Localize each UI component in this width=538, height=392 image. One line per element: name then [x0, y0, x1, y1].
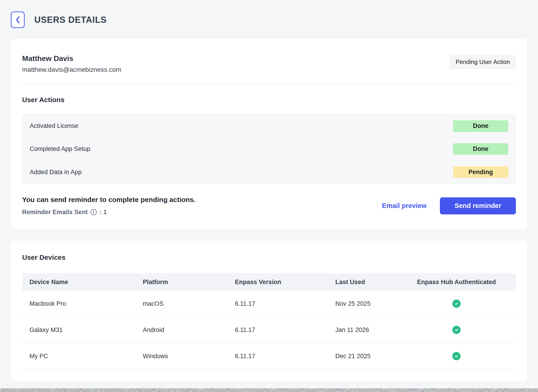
column-header-device-name: Device Name — [29, 279, 143, 286]
column-header-platform: Platform — [143, 279, 235, 286]
platform-cell: Windows — [143, 353, 235, 360]
last-used-cell: Dec 21 2025 — [335, 353, 415, 360]
table-row: My PC Windows 6.11.17 Dec 21 2025 — [22, 343, 516, 369]
version-cell: 6.11.17 — [235, 300, 335, 307]
column-header-hub-authenticated: Enpass Hub Authenticated — [417, 279, 496, 286]
action-row: Added Data in App Pending — [22, 161, 516, 184]
action-row: Completed App Setup Done — [22, 138, 516, 161]
user-info-row: Matthew Davis matthew.davis@acmebizness.… — [22, 54, 516, 73]
version-cell: 6.11.17 — [235, 327, 335, 334]
column-header-enpass-version: Enpass Version — [235, 279, 335, 286]
last-used-cell: Jan 11 2026 — [335, 327, 415, 334]
back-button[interactable] — [11, 11, 25, 28]
action-label: Added Data in App — [30, 169, 81, 176]
noise-strip — [0, 388, 538, 392]
action-label: Activated License — [30, 122, 79, 130]
last-used-cell: Nov 25 2025 — [335, 300, 415, 307]
reminder-note: You can send reminder to complete pendin… — [22, 196, 195, 204]
user-status-badge: Pending User Action — [450, 55, 516, 69]
user-devices-heading: User Devices — [22, 253, 516, 261]
check-icon — [452, 352, 461, 360]
device-name-cell: Macbook Pro — [29, 300, 143, 307]
reminder-section: You can send reminder to complete pendin… — [22, 196, 516, 216]
check-icon — [452, 299, 461, 308]
check-icon — [452, 326, 461, 334]
user-name: Matthew Davis — [22, 54, 121, 63]
table-row: Galaxy M31 Android 6.11.17 Jan 11 2026 — [22, 317, 516, 343]
user-actions-list: Activated License Done Completed App Set… — [22, 114, 516, 184]
authenticated-cell — [452, 352, 461, 360]
table-row: Macbook Pro macOS 6.11.17 Nov 25 2025 — [22, 291, 516, 317]
send-reminder-button[interactable]: Send reminder — [440, 197, 516, 215]
version-cell: 6.11.17 — [235, 353, 335, 360]
platform-cell: macOS — [143, 300, 235, 307]
user-identity: Matthew Davis matthew.davis@acmebizness.… — [22, 54, 121, 73]
user-devices-card: User Devices Device Name Platform Enpass… — [11, 241, 527, 381]
action-status-badge: Done — [453, 143, 508, 155]
platform-cell: Android — [143, 327, 235, 334]
user-details-card: Matthew Davis matthew.davis@acmebizness.… — [11, 39, 527, 229]
reminder-emails-sent-label: Reminder Emails Sent — [22, 209, 88, 216]
reminder-emails-sent: Reminder Emails Sent : 1 — [22, 209, 195, 216]
action-status-badge: Pending — [453, 166, 508, 178]
column-header-last-used: Last Used — [335, 279, 415, 286]
authenticated-cell — [452, 326, 461, 334]
reminder-actions: Email preview Send reminder — [382, 197, 516, 215]
user-actions-heading: User Actions — [22, 96, 516, 104]
authenticated-cell — [452, 299, 461, 308]
action-label: Completed App Setup — [30, 145, 90, 153]
device-name-cell: My PC — [29, 353, 143, 360]
divider — [22, 84, 516, 84]
info-icon[interactable] — [90, 209, 97, 215]
action-row: Activated License Done — [22, 115, 516, 138]
reminder-emails-sent-count: : 1 — [100, 209, 107, 216]
page-title: USERS DETAILS — [34, 15, 107, 25]
devices-table: Device Name Platform Enpass Version Last… — [22, 273, 516, 369]
reminder-texts: You can send reminder to complete pendin… — [22, 196, 195, 216]
action-status-badge: Done — [453, 120, 508, 132]
user-email: matthew.davis@acmebizness.com — [22, 66, 121, 73]
devices-table-header: Device Name Platform Enpass Version Last… — [22, 273, 516, 291]
chevron-left-icon — [15, 16, 20, 24]
page-header: USERS DETAILS — [0, 0, 538, 28]
email-preview-link[interactable]: Email preview — [382, 202, 427, 210]
device-name-cell: Galaxy M31 — [29, 327, 143, 334]
